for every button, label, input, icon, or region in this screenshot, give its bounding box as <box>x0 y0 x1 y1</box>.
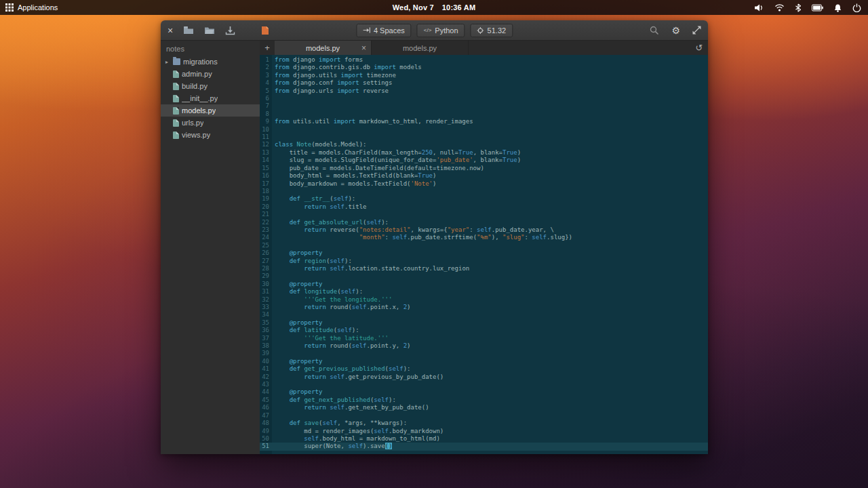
line-number: 35 <box>260 319 272 327</box>
code-line[interactable]: 31 def longitude(self): <box>260 288 708 296</box>
code-line[interactable]: 19 def __str__(self): <box>260 195 708 203</box>
code-line[interactable]: 47 <box>260 412 708 420</box>
code-line[interactable]: 46 return self.get_next_by_pub_date() <box>260 404 708 411</box>
code-line[interactable]: 28 return self.location.state.country.lu… <box>260 265 708 272</box>
clock[interactable]: Wed, Nov 7 10:36 AM <box>393 3 476 12</box>
open-folder-icon[interactable] <box>204 26 215 35</box>
line-content: class Note(models.Model): <box>272 141 366 148</box>
code-line[interactable]: 14 slug = models.SlugField(unique_for_da… <box>260 157 708 164</box>
code-line[interactable]: 29 <box>260 272 708 280</box>
code-line[interactable]: 12class Note(models.Model): <box>260 141 708 148</box>
indent-width-button[interactable]: 4 Spaces <box>356 24 412 37</box>
code-line[interactable]: 44 @property <box>260 388 708 396</box>
settings-gear-icon[interactable]: ⚙ <box>671 26 680 35</box>
code-line[interactable]: 8 <box>260 110 708 118</box>
code-line[interactable]: 1from django import forms <box>260 56 708 64</box>
line-number: 8 <box>260 110 272 118</box>
code-line[interactable]: 32 '''Get the longitude.''' <box>260 296 708 304</box>
code-line[interactable]: 2from django.contrib.gis.db import model… <box>260 64 708 71</box>
code-line[interactable]: 13 title = models.CharField(max_length=2… <box>260 149 708 157</box>
indent-icon <box>363 27 370 33</box>
volume-icon[interactable] <box>754 3 764 12</box>
sidebar-item-views-py[interactable]: views.py <box>161 129 260 141</box>
file-name: __init__.py <box>182 94 218 102</box>
tab-close-icon[interactable]: × <box>361 43 366 53</box>
code-line[interactable]: 3from django.utils import timezone <box>260 72 708 79</box>
code-line[interactable]: 34 <box>260 311 708 319</box>
code-area[interactable]: 1from django import forms2from django.co… <box>260 55 708 454</box>
code-line[interactable]: 37 '''Get the latitude.''' <box>260 335 708 342</box>
code-line[interactable]: 4from django.conf import settings <box>260 79 708 87</box>
code-line[interactable]: 48 def save(self, *args, **kwargs): <box>260 420 708 427</box>
code-line[interactable]: 7 <box>260 102 708 110</box>
window-close-button[interactable]: × <box>167 26 173 35</box>
code-line[interactable]: 25 <box>260 242 708 249</box>
code-line[interactable]: 43 <box>260 381 708 388</box>
sidebar-item-build-py[interactable]: build.py <box>161 80 260 92</box>
new-tab-button[interactable]: + <box>260 41 275 55</box>
code-line[interactable]: 35 @property <box>260 319 708 327</box>
code-line[interactable]: 45 def get_next_published(self): <box>260 396 708 404</box>
code-line[interactable]: 38 return round(self.point.y, 2) <box>260 342 708 350</box>
battery-icon[interactable] <box>812 4 823 12</box>
code-line[interactable]: 30 @property <box>260 281 708 288</box>
bluetooth-icon[interactable] <box>795 3 802 12</box>
tab-1-models-py[interactable]: models.py <box>372 41 469 55</box>
code-line[interactable]: 6 <box>260 95 708 102</box>
code-line[interactable]: 16 body_html = models.TextField(blank=Tr… <box>260 172 708 180</box>
code-line[interactable]: 23 return reverse("notes:detail", kwargs… <box>260 226 708 234</box>
sidebar-item-migrations[interactable]: ▸migrations <box>161 56 260 68</box>
line-number: 29 <box>260 272 272 280</box>
sidebar-item-urls-py[interactable]: urls.py <box>161 117 260 129</box>
code-line[interactable]: 33 return round(self.point.x, 2) <box>260 304 708 311</box>
code-line[interactable]: 51 super(Note, self).save() <box>260 443 708 450</box>
code-line[interactable]: 39 <box>260 350 708 357</box>
goto-line-button[interactable]: 51.32 <box>471 24 513 37</box>
code-line[interactable]: 49 md = render_images(self.body_markdown… <box>260 428 708 435</box>
code-line[interactable]: 15 pub_date = models.DateTimeField(defau… <box>260 165 708 172</box>
code-line[interactable]: 27 def region(self): <box>260 258 708 265</box>
language-icon: </> <box>424 27 432 33</box>
code-line[interactable]: 50 self.body_html = markdown_to_html(md) <box>260 435 708 443</box>
applications-menu[interactable]: Applications <box>5 3 58 12</box>
tab-0-models-py[interactable]: models.py× <box>275 41 372 55</box>
code-line[interactable]: 20 return self.title <box>260 203 708 211</box>
notifications-bell-icon[interactable] <box>833 3 842 12</box>
code-line[interactable]: 5from django.urls import reverse <box>260 87 708 95</box>
code-line[interactable]: 9from utils.util import markdown_to_html… <box>260 118 708 125</box>
line-content: slug = models.SlugField(unique_for_date=… <box>272 157 521 164</box>
code-line[interactable]: 10 <box>260 126 708 134</box>
fullscreen-icon[interactable] <box>692 26 701 35</box>
project-sidebar: notes ▸migrationsadmin.pybuild.py__init_… <box>161 41 260 454</box>
code-line[interactable]: 22 def get_absolute_url(self): <box>260 219 708 226</box>
wifi-icon[interactable] <box>774 3 785 12</box>
sidebar-item-admin-py[interactable]: admin.py <box>161 68 260 80</box>
power-icon[interactable] <box>852 3 861 12</box>
line-content: from django.conf import settings <box>272 79 392 87</box>
code-line[interactable]: 36 def latitude(self): <box>260 327 708 334</box>
applications-grid-icon <box>5 3 14 12</box>
file-name: admin.py <box>182 70 212 78</box>
templates-file-icon[interactable] <box>260 26 270 35</box>
code-line[interactable]: 17 body_markdown = models.TextField('Not… <box>260 180 708 188</box>
sidebar-item--init-py[interactable]: __init__.py <box>161 92 260 104</box>
code-line[interactable]: 26 @property <box>260 249 708 257</box>
code-line[interactable]: 42 return self.get_previous_by_pub_date(… <box>260 373 708 381</box>
code-line[interactable]: 24 "month": self.pub_date.strftime("%m")… <box>260 234 708 241</box>
file-icon <box>173 70 179 78</box>
line-number: 1 <box>260 56 272 64</box>
code-line[interactable]: 21 <box>260 211 708 218</box>
code-line[interactable]: 18 <box>260 188 708 195</box>
save-as-icon[interactable] <box>225 26 235 35</box>
code-line[interactable]: 11 <box>260 134 708 141</box>
language-button[interactable]: </> Python <box>417 24 465 37</box>
sidebar-item-models-py[interactable]: models.py <box>161 104 260 117</box>
line-content <box>272 350 275 357</box>
expand-arrow-icon[interactable]: ▸ <box>163 59 170 65</box>
search-icon[interactable] <box>650 26 659 35</box>
code-line[interactable]: 40 @property <box>260 358 708 365</box>
code-line[interactable]: 41 def get_previous_published(self): <box>260 365 708 373</box>
open-file-icon[interactable] <box>183 26 194 35</box>
history-icon[interactable]: ↺ <box>690 41 708 55</box>
line-content: title = models.CharField(max_length=250,… <box>272 149 521 157</box>
